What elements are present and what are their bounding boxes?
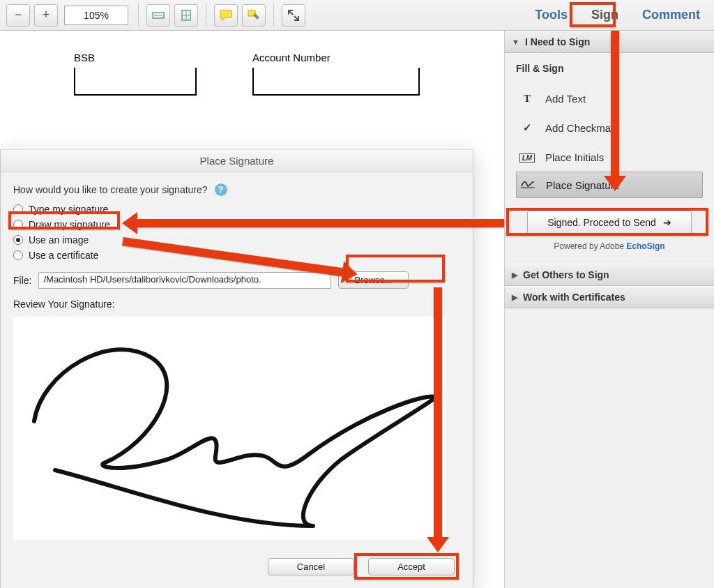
section-label: Get Others to Sign xyxy=(523,269,609,280)
field-label: BSB xyxy=(74,52,197,63)
review-signature-label: Review Your Signature: xyxy=(13,299,460,310)
chevron-right-icon: ▶ xyxy=(512,271,517,280)
chevron-down-icon: ▼ xyxy=(512,38,519,46)
checkmark-icon: ✓ xyxy=(519,121,536,134)
radio-type-my-signature[interactable]: Type my signature xyxy=(13,202,460,217)
button-label: Signed. Proceed to Send xyxy=(547,217,656,228)
item-label: Add Checkmark xyxy=(545,122,620,134)
radio-label: Use a certificate xyxy=(29,250,98,261)
document-pane: BSB Account Number Place Signature How w… xyxy=(0,31,505,588)
initials-icon: LM xyxy=(519,151,536,163)
signature-image xyxy=(13,317,446,540)
zoom-out-button[interactable]: − xyxy=(6,4,30,27)
radio-label: Use an image xyxy=(29,234,89,246)
separator xyxy=(273,3,274,27)
tab-comment[interactable]: Comment xyxy=(642,8,700,22)
highlight-button[interactable] xyxy=(242,4,266,27)
fit-page-button[interactable] xyxy=(174,4,198,27)
help-icon[interactable]: ? xyxy=(215,183,227,196)
echosign-link[interactable]: EchoSign xyxy=(626,241,664,251)
dialog-title: Place Signature xyxy=(1,150,473,172)
place-signature-dialog: Place Signature How would you like to cr… xyxy=(0,149,473,588)
section-label: Work with Certificates xyxy=(523,292,625,303)
form-field-bsb: BSB xyxy=(74,52,197,96)
radio-use-a-certificate[interactable]: Use a certificate xyxy=(13,248,460,263)
browse-button[interactable]: Browse... xyxy=(338,271,408,289)
radio-draw-my-signature[interactable]: Draw my signature xyxy=(13,217,460,232)
cancel-button[interactable]: Cancel xyxy=(268,558,354,575)
chevron-right-icon: ▶ xyxy=(512,293,517,302)
section-need-to-sign[interactable]: ▼ I Need to Sign xyxy=(505,31,714,53)
signature-preview xyxy=(13,317,446,540)
section-work-with-certificates[interactable]: ▶ Work with Certificates xyxy=(505,286,714,308)
tab-tools[interactable]: Tools xyxy=(535,8,568,22)
tab-sign[interactable]: Sign xyxy=(583,4,627,26)
item-label: Place Initials xyxy=(545,151,604,163)
fullscreen-button[interactable] xyxy=(282,4,305,27)
field-box[interactable] xyxy=(252,68,420,96)
form-field-account-number: Account Number xyxy=(252,52,420,96)
tool-place-signature[interactable]: Place Signature xyxy=(516,172,703,198)
radio-label: Draw my signature xyxy=(29,219,110,230)
sign-panel: ▼ I Need to Sign Fill & Sign T Add Text … xyxy=(505,31,714,588)
field-label: Account Number xyxy=(252,52,420,63)
signed-proceed-button[interactable]: Signed. Proceed to Send ➔ xyxy=(527,211,692,234)
section-get-others-to-sign[interactable]: ▶ Get Others to Sign xyxy=(505,264,714,286)
signature-icon xyxy=(519,178,536,192)
tool-add-text[interactable]: T Add Text xyxy=(516,84,703,113)
fit-width-button[interactable] xyxy=(146,4,170,27)
text-icon: T xyxy=(519,93,536,105)
accept-button[interactable]: Accept xyxy=(368,558,455,575)
file-path-input[interactable]: /Macintosh HD/Users/daliborivkovic/Downl… xyxy=(38,272,331,289)
section-label: I Need to Sign xyxy=(525,36,590,47)
field-box[interactable] xyxy=(74,68,197,96)
top-toolbar: − + 105% Tools Sign Comment xyxy=(0,0,714,31)
separator xyxy=(206,3,206,27)
item-label: Add Text xyxy=(545,93,586,105)
tool-add-checkmark[interactable]: ✓ Add Checkmark xyxy=(516,113,703,142)
comment-bubble-button[interactable] xyxy=(214,4,238,27)
arrow-right-icon: ➔ xyxy=(663,217,671,228)
zoom-in-button[interactable]: + xyxy=(34,4,58,27)
tool-place-initials[interactable]: LM Place Initials xyxy=(516,142,703,172)
radio-use-an-image[interactable]: Use an image xyxy=(13,232,460,248)
file-label: File: xyxy=(13,275,31,286)
separator xyxy=(138,3,139,27)
fill-and-sign-title: Fill & Sign xyxy=(516,63,703,74)
radio-label: Type my signature xyxy=(29,204,108,215)
dialog-prompt: How would you like to create your signat… xyxy=(13,184,208,195)
zoom-level-input[interactable]: 105% xyxy=(64,6,128,25)
item-label: Place Signature xyxy=(546,179,620,191)
powered-by-text: Powered by Adobe EchoSign xyxy=(516,241,703,251)
